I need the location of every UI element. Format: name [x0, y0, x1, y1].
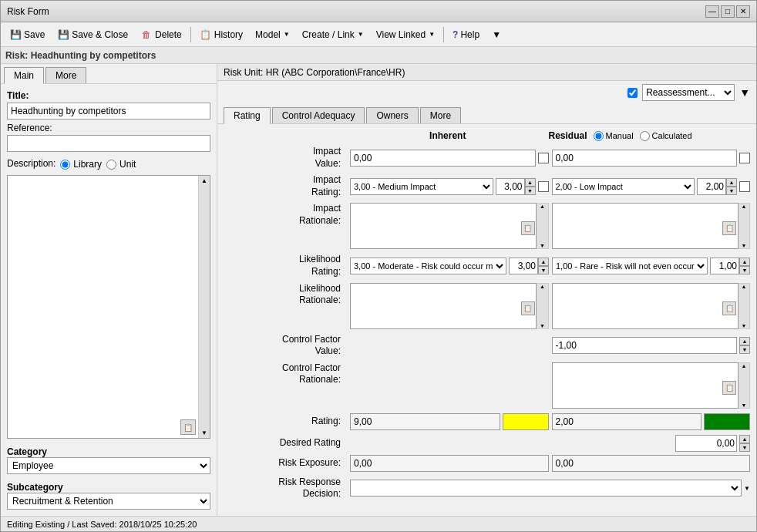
cf-rationale-textarea[interactable] — [552, 362, 738, 409]
reassessment-checkbox[interactable] — [627, 88, 638, 98]
inherent-exposure-input[interactable] — [350, 455, 549, 472]
residual-impact-rating-num[interactable] — [697, 178, 726, 195]
inherent-impact-spin-down[interactable]: ▼ — [525, 187, 536, 195]
scroll-up-arrow[interactable]: ▲ — [200, 176, 209, 186]
inherent-rationale-scrollbar[interactable]: ▲ ▼ — [537, 203, 548, 249]
maximize-button[interactable]: □ — [721, 5, 735, 18]
inherent-likelihood-rationale-paste[interactable]: 📋 — [521, 301, 535, 315]
residual-impact-value-input[interactable] — [552, 150, 738, 167]
residual-likelihood-spin-up[interactable]: ▲ — [739, 258, 750, 266]
manual-radio[interactable] — [594, 131, 604, 141]
inherent-impact-rating-select[interactable]: 3,00 - Medium Impact — [350, 178, 493, 195]
residual-rating-input[interactable] — [552, 413, 702, 430]
inherent-likelihood-num[interactable] — [509, 258, 538, 274]
reassessment-select[interactable]: Reassessment... — [642, 84, 735, 101]
calculated-radio[interactable] — [640, 131, 650, 141]
residual-rating-swatch — [704, 413, 750, 430]
library-radio[interactable] — [60, 160, 70, 170]
description-textarea[interactable] — [8, 176, 198, 438]
save-button[interactable]: 💾 Save — [4, 25, 50, 44]
tab-more[interactable]: More — [420, 107, 461, 123]
title-field-group: Title: — [7, 90, 210, 120]
help-button[interactable]: ? Help — [447, 25, 485, 44]
inherent-rating-input[interactable] — [350, 413, 500, 430]
residual-impact-rating-select[interactable]: 2,00 - Low Impact — [552, 178, 695, 195]
minimize-button[interactable]: — — [705, 5, 719, 18]
title-input[interactable] — [7, 103, 210, 120]
inherent-impact-rating-checkbox[interactable] — [538, 181, 549, 192]
residual-impact-spin-up[interactable]: ▲ — [726, 178, 737, 187]
residual-likelihood-num[interactable] — [710, 258, 739, 274]
tab-owners[interactable]: Owners — [366, 107, 418, 123]
inherent-impact-rationale-paste[interactable]: 📋 — [521, 221, 535, 235]
residual-impact-value-checkbox[interactable] — [739, 153, 750, 163]
desired-rating-row: Desired Rating ▲ ▼ — [224, 435, 750, 452]
desired-rating-spin-down[interactable]: ▼ — [739, 443, 750, 452]
inherent-impact-rationale-textarea[interactable] — [350, 203, 537, 249]
reference-input[interactable] — [7, 135, 210, 152]
tab-more[interactable]: More — [45, 67, 86, 83]
subcategory-select[interactable]: Recruitment & Retention — [7, 493, 210, 510]
unit-radio[interactable] — [106, 160, 116, 170]
inherent-impact-value-checkbox[interactable] — [538, 153, 549, 163]
description-scrollbar[interactable]: ▲ ▼ — [198, 176, 210, 438]
residual-impact-value-cell — [552, 150, 751, 167]
residual-impact-spin-down[interactable]: ▼ — [726, 187, 737, 195]
residual-impact-spinner-buttons: ▲ ▼ — [726, 178, 737, 195]
residual-likelihood-select[interactable]: 1,00 - Rare - Risk will not even occur — [552, 258, 708, 274]
help-extra-button[interactable]: ▼ — [486, 25, 506, 44]
scroll-down-arrow[interactable]: ▼ — [200, 428, 209, 438]
desired-rating-spin-up[interactable]: ▲ — [739, 435, 750, 443]
inherent-impact-rating-num[interactable] — [496, 178, 525, 195]
residual-likelihood-rationale-textarea[interactable] — [552, 283, 738, 329]
inherent-likelihood-select[interactable]: 3,00 - Moderate - Risk could occur m — [350, 258, 506, 274]
residual-exposure-input[interactable] — [552, 455, 751, 472]
tab-control-adequacy[interactable]: Control Adequacy — [272, 107, 365, 123]
tab-main[interactable]: Main — [4, 67, 44, 84]
risk-unit-bar: Risk Unit: HR (ABC Corporation\France\HR… — [217, 64, 756, 81]
residual-rationale-scrollbar[interactable]: ▲ ▼ — [738, 203, 750, 249]
cf-value-spin-down[interactable]: ▼ — [739, 345, 750, 354]
description-paste-button[interactable]: 📋 — [180, 419, 196, 435]
status-bar: Editing Existing / Last Saved: 2018/10/2… — [1, 516, 756, 531]
residual-impact-rationale-textarea[interactable] — [552, 203, 738, 249]
inherent-impact-spin-up[interactable]: ▲ — [525, 178, 536, 187]
residual-impact-rating-checkbox[interactable] — [739, 181, 750, 192]
residual-likelihood-rationale-paste[interactable]: 📋 — [722, 301, 736, 315]
risk-response-select[interactable] — [350, 480, 742, 497]
tab-rating[interactable]: Rating — [224, 107, 271, 124]
close-button[interactable]: ✕ — [736, 5, 750, 18]
impact-rating-row: ImpactRating: 3,00 - Medium Impact ▲ ▼ — [224, 174, 750, 198]
control-factor-value-input[interactable] — [552, 337, 738, 354]
risk-form-window: Risk Form — □ ✕ 💾 Save 💾 Save & Close 🗑 … — [0, 0, 757, 532]
empty-header — [224, 130, 347, 141]
inherent-likelihood-rationale-textarea[interactable] — [350, 283, 537, 329]
impact-value-row: ImpactValue: — [224, 146, 750, 170]
desired-rating-input[interactable] — [675, 435, 737, 452]
view-linked-button[interactable]: View Linked ▼ — [371, 25, 440, 44]
title-label: Title: — [7, 90, 210, 101]
inherent-likelihood-spin-up[interactable]: ▲ — [538, 258, 549, 266]
model-button[interactable]: Model ▼ — [250, 25, 295, 44]
residual-impact-rationale-paste[interactable]: 📋 — [722, 221, 736, 235]
cf-rationale-paste[interactable]: 📋 — [722, 381, 736, 395]
residual-likelihood-scrollbar[interactable]: ▲ ▼ — [738, 283, 750, 329]
toolbar: 💾 Save 💾 Save & Close 🗑 Delete 📋 History… — [1, 22, 756, 47]
create-link-button[interactable]: Create / Link ▼ — [297, 25, 369, 44]
save-close-button[interactable]: 💾 Save & Close — [52, 25, 133, 44]
inherent-likelihood-scrollbar[interactable]: ▲ ▼ — [537, 283, 548, 329]
likelihood-rating-label: LikelihoodRating: — [224, 254, 347, 278]
cf-value-spin-up[interactable]: ▲ — [739, 337, 750, 345]
category-select[interactable]: Employee — [7, 457, 210, 474]
delete-button[interactable]: 🗑 Delete — [135, 25, 187, 44]
cf-rationale-scrollbar[interactable]: ▲ ▼ — [738, 362, 750, 409]
inherent-impact-value-input[interactable] — [350, 150, 536, 167]
history-button[interactable]: 📋 History — [194, 25, 248, 44]
inherent-likelihood-spinner: ▲ ▼ — [509, 258, 549, 274]
help-icon: ? — [453, 29, 458, 40]
inherent-likelihood-spin-down[interactable]: ▼ — [538, 266, 549, 274]
inherent-header: Inherent — [347, 130, 549, 141]
reassessment-dropdown-arrow[interactable]: ▼ — [739, 86, 750, 99]
residual-likelihood-spin-down[interactable]: ▼ — [739, 266, 750, 274]
inherent-impact-rating-spinner: ▲ ▼ — [496, 178, 536, 195]
